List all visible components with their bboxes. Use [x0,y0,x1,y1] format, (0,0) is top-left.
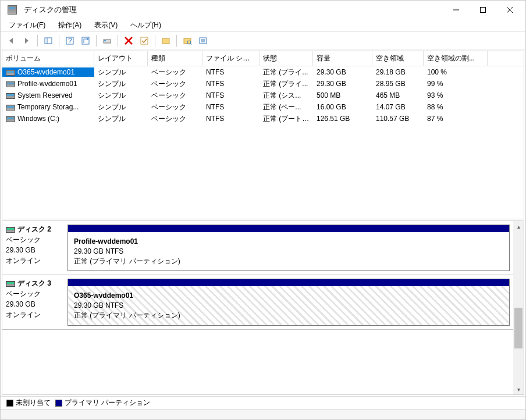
volume-row[interactable]: Windows (C:)シンプルベーシックNTFS正常 (ブート,...126.… [2,113,524,124]
menu-view[interactable]: 表示(V) [92,19,120,31]
col-filesystem[interactable]: ファイル システム [202,51,260,66]
forward-button[interactable] [20,34,34,48]
svg-marker-5 [25,38,29,44]
disk-label[interactable]: ディスク 3ベーシック29.30 GBオンライン [6,279,64,325]
svg-marker-4 [9,38,13,44]
svg-rect-16 [141,37,148,44]
svg-rect-1 [481,8,486,13]
volume-icon [6,81,15,87]
volume-row[interactable]: Profile-wvddemo01シンプルベーシックNTFS正常 (プライ...… [2,78,524,90]
help-button[interactable]: ? [63,34,77,48]
volume-icon [6,70,15,76]
legend-primary: プライマリ パーティション [65,398,150,407]
col-freerate[interactable]: 空き領域の割... [424,51,488,66]
search-folder-button[interactable] [180,34,194,48]
partition[interactable]: O365-wvddemo0129.30 GB NTFS正常 (プライマリ パーテ… [67,279,510,325]
disk-icon [6,227,15,233]
grid-header: ボリューム レイアウト 種類 ファイル システム 状態 容量 空き領域 空き領域… [2,51,524,66]
separator [176,35,177,47]
col-volume[interactable]: ボリューム [2,51,94,66]
menu-action[interactable]: 操作(A) [56,19,84,31]
menubar: ファイル(F) 操作(A) 表示(V) ヘルプ(H) [1,19,525,32]
svg-rect-13 [104,40,106,41]
disk-row: ディスク 3ベーシック29.30 GBオンラインO365-wvddemo0129… [2,275,513,329]
rescan-button[interactable] [100,34,114,48]
partition-header [68,225,509,232]
separator [118,35,118,47]
menu-file[interactable]: ファイル(F) [6,19,48,31]
primary-swatch [55,400,62,407]
separator [155,35,155,47]
svg-rect-17 [162,38,169,44]
volume-icon [6,116,15,122]
refresh-button[interactable] [79,34,93,48]
separator [37,35,38,47]
statusbar [1,409,525,419]
col-layout[interactable]: レイアウト [94,51,148,66]
separator [59,35,59,47]
volume-icon [6,105,15,111]
maximize-button[interactable] [470,1,496,19]
window-title: ディスクの管理 [22,5,443,15]
titlebar: ディスクの管理 [1,1,525,19]
col-capacity[interactable]: 容量 [313,51,372,66]
folder-button[interactable] [159,34,173,48]
partition-header [68,279,509,286]
toolbar: ? [1,32,525,49]
delete-button[interactable] [122,34,136,48]
volume-row[interactable]: Temporary Storag...シンプルベーシックNTFS正常 (ペー..… [2,101,524,113]
volume-row[interactable]: System ReservedシンプルベーシックNTFS正常 (シス...500… [2,90,524,101]
svg-text:?: ? [68,37,72,45]
separator [96,35,97,47]
disk-graphic-panel[interactable]: ディスク 2ベーシック29.30 GBオンラインProfile-wvddemo0… [2,220,524,395]
unallocated-swatch [6,400,13,407]
scroll-thumb[interactable] [514,308,523,348]
col-type[interactable]: 種類 [148,51,202,66]
disk-icon [6,281,15,287]
volume-row[interactable]: O365-wvddemo01シンプルベーシックNTFS正常 (プライ...29.… [2,66,524,78]
show-hide-button[interactable] [41,34,55,48]
vertical-scrollbar[interactable]: ▴ ▾ [513,221,524,394]
col-status[interactable]: 状態 [260,51,313,66]
legend: 未割り当て プライマリ パーティション [1,396,525,409]
scroll-down-arrow[interactable]: ▾ [513,384,524,394]
disk-row: ディスク 2ベーシック29.30 GBオンラインProfile-wvddemo0… [2,221,513,275]
check-button[interactable] [137,34,151,48]
minimize-button[interactable] [443,1,470,19]
svg-rect-6 [45,38,52,44]
list-button[interactable] [196,34,210,48]
scroll-up-arrow[interactable]: ▴ [513,221,524,232]
col-freespace[interactable]: 空き領域 [372,51,424,66]
partition[interactable]: Profile-wvddemo0129.30 GB NTFS正常 (プライマリ … [67,225,510,271]
volume-list[interactable]: ボリューム レイアウト 種類 ファイル システム 状態 容量 空き領域 空き領域… [2,51,524,219]
disk-label[interactable]: ディスク 2ベーシック29.30 GBオンライン [6,225,64,271]
back-button[interactable] [4,34,18,48]
close-button[interactable] [496,1,523,19]
volume-icon [6,93,15,99]
menu-help[interactable]: ヘルプ(H) [128,19,164,31]
legend-unallocated: 未割り当て [16,398,51,407]
app-icon [8,5,17,15]
svg-line-20 [190,44,191,45]
svg-rect-10 [82,37,89,44]
